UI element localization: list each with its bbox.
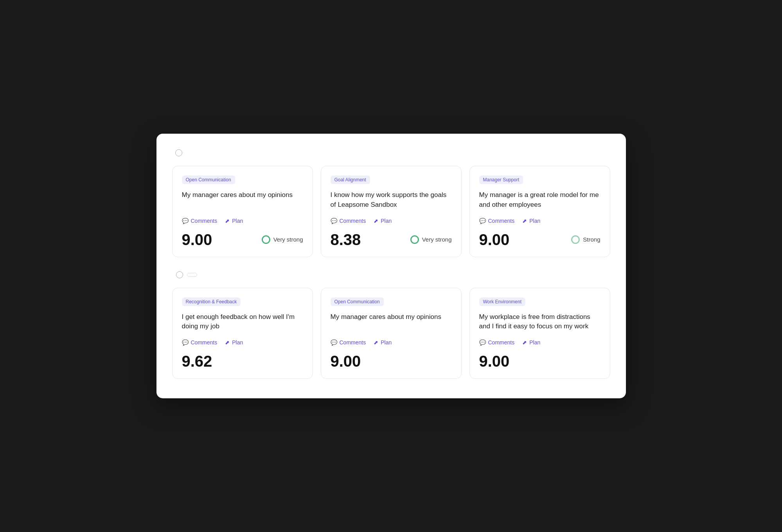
highest-score-section <box>172 271 610 278</box>
question-filter-dropdown[interactable] <box>187 273 197 277</box>
card-status: Very strong <box>410 235 452 244</box>
card-question: I get enough feedback on how well I'm do… <box>182 312 303 331</box>
status-label: Strong <box>583 236 600 243</box>
plan-link[interactable]: ⬈Plan <box>225 218 243 224</box>
plan-link[interactable]: ⬈Plan <box>225 339 243 346</box>
card-tag: Open Communication <box>331 297 384 306</box>
main-window: Open CommunicationMy manager cares about… <box>156 134 626 398</box>
card-score: 9.00 <box>479 353 510 369</box>
impact-drivers-header <box>172 149 610 156</box>
card-tag: Manager Support <box>479 176 523 184</box>
highest-score-header <box>172 271 610 278</box>
metric-card: Recognition & FeedbackI get enough feedb… <box>172 288 313 379</box>
metric-card: Work EnvironmentMy workplace is free fro… <box>469 288 610 379</box>
comments-link[interactable]: 💬Comments <box>331 339 366 346</box>
plan-label: Plan <box>381 218 392 224</box>
plan-icon: ⬈ <box>522 218 527 224</box>
card-score: 8.38 <box>331 232 361 247</box>
card-status: Strong <box>571 235 600 244</box>
card-score: 9.00 <box>331 353 361 369</box>
comment-icon: 💬 <box>479 218 486 224</box>
plan-label: Plan <box>232 218 243 224</box>
card-score: 9.62 <box>182 353 212 369</box>
status-label: Very strong <box>422 236 452 243</box>
comment-icon: 💬 <box>182 339 189 346</box>
plan-icon: ⬈ <box>225 339 230 346</box>
plan-link[interactable]: ⬈Plan <box>374 339 392 346</box>
plan-label: Plan <box>529 218 540 224</box>
status-circle-icon <box>410 235 419 244</box>
card-tag: Recognition & Feedback <box>182 297 241 306</box>
plan-icon: ⬈ <box>374 218 378 224</box>
highest-score-info-icon[interactable] <box>176 271 183 278</box>
comments-link[interactable]: 💬Comments <box>182 339 218 346</box>
card-score: 9.00 <box>182 232 212 247</box>
highest-score-grid: Recognition & FeedbackI get enough feedb… <box>172 288 610 379</box>
comments-link[interactable]: 💬Comments <box>182 218 218 224</box>
impact-drivers-grid: Open CommunicationMy manager cares about… <box>172 166 610 257</box>
comment-icon: 💬 <box>182 218 189 224</box>
plan-label: Plan <box>232 339 243 346</box>
card-tag: Work Environment <box>479 297 525 306</box>
card-question: My manager is a great role model for me … <box>479 190 600 210</box>
status-label: Very strong <box>273 236 303 243</box>
impact-drivers-info-icon[interactable] <box>175 149 182 156</box>
comment-icon: 💬 <box>331 218 337 224</box>
plan-icon: ⬈ <box>522 339 527 346</box>
plan-label: Plan <box>381 339 392 346</box>
comments-label: Comments <box>488 218 515 224</box>
comments-link[interactable]: 💬Comments <box>479 339 515 346</box>
comments-label: Comments <box>191 339 218 346</box>
card-tag: Open Communication <box>182 176 235 184</box>
metric-card: Goal AlignmentI know how my work support… <box>321 166 462 257</box>
card-question: My workplace is free from distractions a… <box>479 312 600 331</box>
plan-label: Plan <box>529 339 540 346</box>
card-question: My manager cares about my opinions <box>331 312 452 331</box>
card-tag: Goal Alignment <box>331 176 370 184</box>
comments-label: Comments <box>340 218 366 224</box>
comment-icon: 💬 <box>331 339 337 346</box>
metric-card: Manager SupportMy manager is a great rol… <box>469 166 610 257</box>
comments-label: Comments <box>191 218 218 224</box>
card-question: I know how my work supports the goals of… <box>331 190 452 210</box>
metric-card: Open CommunicationMy manager cares about… <box>321 288 462 379</box>
plan-icon: ⬈ <box>374 339 378 346</box>
metric-card: Open CommunicationMy manager cares about… <box>172 166 313 257</box>
status-circle-icon <box>571 235 580 244</box>
comments-label: Comments <box>340 339 366 346</box>
plan-icon: ⬈ <box>225 218 230 224</box>
comments-link[interactable]: 💬Comments <box>479 218 515 224</box>
card-question: My manager cares about my opinions <box>182 190 303 210</box>
card-score: 9.00 <box>479 232 510 247</box>
plan-link[interactable]: ⬈Plan <box>522 218 540 224</box>
comments-label: Comments <box>488 339 515 346</box>
comment-icon: 💬 <box>479 339 486 346</box>
comments-link[interactable]: 💬Comments <box>331 218 366 224</box>
card-status: Very strong <box>262 235 303 244</box>
plan-link[interactable]: ⬈Plan <box>522 339 540 346</box>
plan-link[interactable]: ⬈Plan <box>374 218 392 224</box>
status-circle-icon <box>262 235 270 244</box>
